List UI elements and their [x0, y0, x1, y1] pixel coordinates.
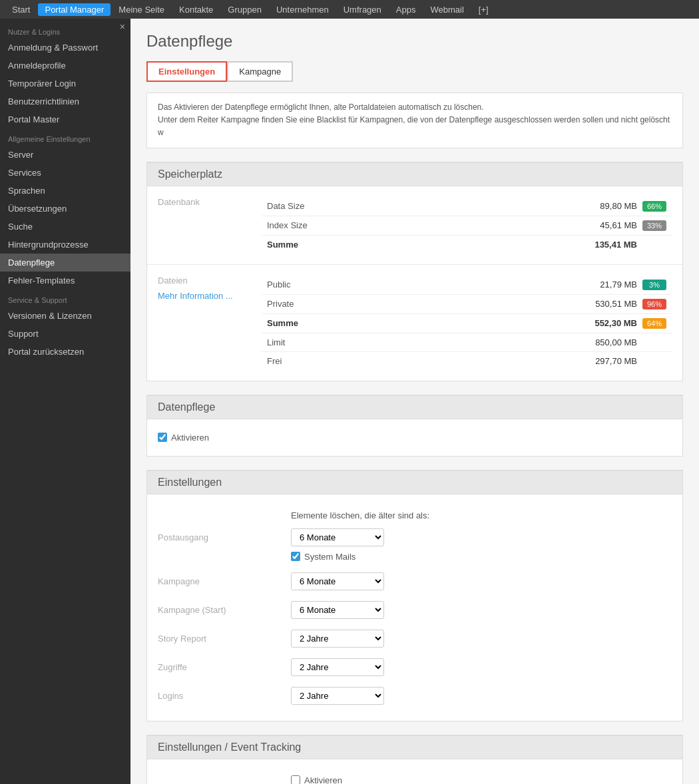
sidebar-item-anmeldung--passwort[interactable]: Anmeldung & Passwort [0, 39, 130, 57]
storage-row-public: Public 21,79 MB 3% [262, 276, 672, 295]
sidebar-item-benutzerrichtlinien[interactable]: Benutzerrichtlinien [0, 93, 130, 110]
aktivieren-checkbox-label[interactable]: Aktivieren [158, 433, 209, 443]
datenbank-section: Datenbank Data Size 89,80 MB 66% Index S… [147, 186, 682, 264]
storage-row-summe-files: Summe 552,30 MB 64% [262, 314, 672, 333]
sidebar-item-versionen--lizenzen[interactable]: Versionen & Lizenzen [0, 307, 130, 325]
select-kampagne[interactable]: 1 Monat 3 Monate 6 Monate 1 Jahr 2 Jahre [291, 572, 384, 590]
einstellungen-header: Einstellungen [147, 471, 682, 494]
topnav-item-portal-manager[interactable]: Portal Manager [38, 3, 111, 16]
info-text-1: Das Aktivieren der Datenpflege ermöglich… [158, 101, 672, 114]
control-kampagne-start: 1 Monat 3 Monate 6 Monate 1 Jahr 2 Jahre [291, 601, 672, 619]
select-story-report[interactable]: 1 Monat 3 Monate 6 Monate 1 Jahr 2 Jahre [291, 630, 384, 648]
tab-bar: Einstellungen Kampagne [146, 61, 683, 82]
label-logins: Logins [158, 687, 291, 701]
aktivieren-label: Aktivieren [171, 433, 209, 443]
main-content: Datenpflege Einstellungen Kampagne Das A… [130, 19, 699, 784]
select-logins[interactable]: 1 Monat 3 Monate 6 Monate 1 Jahr 2 Jahre [291, 687, 384, 705]
system-mails-checkbox[interactable] [291, 552, 300, 561]
system-mails-text: System Mails [304, 552, 355, 562]
select-zugriffe[interactable]: 1 Monat 3 Monate 6 Monate 1 Jahr 2 Jahre [291, 658, 384, 676]
event-tracking-panel: Einstellungen / Event Tracking Aktiviere… [146, 735, 683, 784]
label-summe-files: Summe [267, 318, 584, 328]
topnav-item-meine-seite[interactable]: Meine Seite [112, 3, 171, 16]
datenpflege-inner: Aktivieren [147, 419, 682, 456]
tab-kampagne[interactable]: Kampagne [227, 61, 293, 82]
settings-row-kampagne-start: Kampagne (Start) 1 Monat 3 Monate 6 Mona… [158, 596, 672, 624]
main-layout: × Nutzer & LoginsAnmeldung & PasswortAnm… [0, 19, 699, 784]
dateien-label: Dateien [158, 276, 251, 286]
sidebar-item-anmeldeprofile[interactable]: Anmeldeprofile [0, 57, 130, 75]
topnav-item-start[interactable]: Start [5, 3, 37, 16]
topnav-item-unternehmen[interactable]: Unternehmen [270, 3, 336, 16]
label-limit: Limit [267, 337, 584, 347]
label-kampagne-start: Kampagne (Start) [158, 601, 291, 615]
sidebar-item-server[interactable]: Server [0, 146, 130, 164]
dateien-section: Dateien Mehr Information ... Public 21,7… [147, 265, 682, 381]
control-postausgang: 1 Monat 3 Monate 6 Monate 1 Jahr 2 Jahre… [291, 528, 672, 562]
sidebar-item-sprachen[interactable]: Sprachen [0, 182, 130, 200]
speicherplatz-panel: Speicherplatz Datenbank Data Size 89,80 … [146, 162, 683, 381]
event-tracking-activate-label[interactable]: Aktivieren [158, 775, 672, 784]
sidebar-item-temporrer-login[interactable]: Temporärer Login [0, 75, 130, 93]
page-title: Datenpflege [146, 32, 683, 51]
value-summe-db: 135,41 MB [584, 240, 637, 250]
storage-row-summe-db: Summe 135,41 MB [262, 236, 672, 254]
sidebar-item-portal-zurcksetzen[interactable]: Portal zurücksetzen [0, 343, 130, 361]
badge-private: 96% [642, 299, 666, 309]
settings-row-kampagne: Kampagne 1 Monat 3 Monate 6 Monate 1 Jah… [158, 567, 672, 596]
value-limit: 850,00 MB [584, 337, 637, 347]
badge-datasize: 66% [642, 201, 666, 212]
select-kampagne-start[interactable]: 1 Monat 3 Monate 6 Monate 1 Jahr 2 Jahre [291, 601, 384, 619]
topnav-item-gruppen[interactable]: Gruppen [221, 3, 268, 16]
close-icon[interactable]: × [120, 21, 125, 32]
label-zugriffe: Zugriffe [158, 658, 291, 672]
control-kampagne: 1 Monat 3 Monate 6 Monate 1 Jahr 2 Jahre [291, 572, 672, 590]
storage-row-indexsize: Index Size 45,61 MB 33% [262, 216, 672, 236]
value-private: 530,51 MB [584, 299, 637, 309]
topnav-item-umfragen[interactable]: Umfragen [337, 3, 388, 16]
label-kampagne: Kampagne [158, 572, 291, 586]
aktivieren-checkbox[interactable] [158, 433, 167, 442]
sidebar-item-services[interactable]: Services [0, 164, 130, 182]
speicherplatz-header: Speicherplatz [147, 162, 682, 186]
storage-row-limit: Limit 850,00 MB [262, 333, 672, 352]
badge-public: 3% [642, 280, 666, 290]
topnav-item-apps[interactable]: Apps [389, 3, 423, 16]
sidebar-item-bersetzungen[interactable]: Übersetzungen [0, 200, 130, 218]
control-zugriffe: 1 Monat 3 Monate 6 Monate 1 Jahr 2 Jahre [291, 658, 672, 676]
mehr-information-link[interactable]: Mehr Information ... [158, 291, 233, 301]
sidebar-item-fehler-templates[interactable]: Fehler-Templates [0, 272, 130, 290]
value-frei: 297,70 MB [584, 356, 637, 366]
topnav-item-webmail[interactable]: Webmail [423, 3, 470, 16]
sidebar-item-portal-master[interactable]: Portal Master [0, 110, 130, 128]
einstellungen-table: Elemente löschen, die älter sind als: Po… [147, 494, 682, 721]
datenbank-rows: Data Size 89,80 MB 66% Index Size 45,61 … [262, 197, 672, 254]
dateien-label-col: Dateien Mehr Information ... [158, 276, 251, 301]
event-tracking-activate: Aktivieren [158, 770, 672, 784]
value-public: 21,79 MB [584, 280, 637, 290]
select-postausgang[interactable]: 1 Monat 3 Monate 6 Monate 1 Jahr 2 Jahre [291, 528, 384, 546]
value-summe-files: 552,30 MB [584, 318, 637, 328]
settings-row-postausgang: Postausgang 1 Monat 3 Monate 6 Monate 1 … [158, 523, 672, 567]
topnav-item-kontakte[interactable]: Kontakte [172, 3, 220, 16]
sidebar-item-suche[interactable]: Suche [0, 218, 130, 236]
elemente-label: Elemente löschen, die älter sind als: [158, 505, 672, 523]
system-mails-label[interactable]: System Mails [291, 552, 672, 562]
label-postausgang: Postausgang [158, 528, 291, 542]
label-public: Public [267, 280, 584, 290]
control-story-report: 1 Monat 3 Monate 6 Monate 1 Jahr 2 Jahre [291, 630, 672, 648]
topnav-item-[interactable]: [+] [472, 3, 495, 16]
event-tracking-checkbox[interactable] [291, 775, 300, 784]
event-tracking-header: Einstellungen / Event Tracking [147, 735, 682, 759]
tab-einstellungen[interactable]: Einstellungen [146, 61, 227, 82]
settings-row-logins: Logins 1 Monat 3 Monate 6 Monate 1 Jahr … [158, 682, 672, 710]
sidebar-section-title: Allgemeine Einstellungen [0, 128, 130, 146]
sidebar-item-datenpflege[interactable]: Datenpflege [0, 254, 130, 272]
top-navigation: StartPortal ManagerMeine SeiteKontakteGr… [0, 0, 699, 19]
storage-row-datasize: Data Size 89,80 MB 66% [262, 197, 672, 216]
datenbank-label: Datenbank [158, 197, 251, 254]
sidebar-item-hintergrundprozesse[interactable]: Hintergrundprozesse [0, 236, 130, 254]
label-indexsize: Index Size [267, 220, 584, 230]
sidebar-item-support[interactable]: Support [0, 325, 130, 343]
badge-summe-files: 64% [642, 318, 666, 329]
